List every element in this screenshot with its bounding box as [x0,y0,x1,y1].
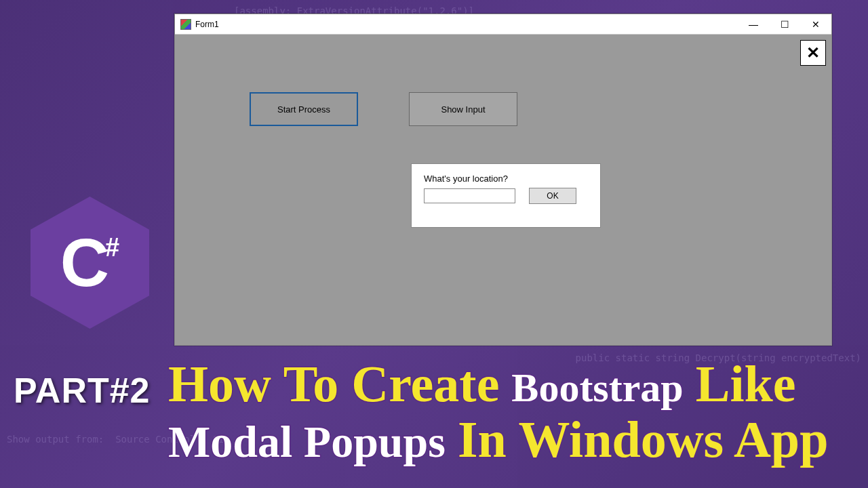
csharp-logo: C # [31,197,149,332]
logo-hash: # [105,233,119,262]
title-line-2: Modal Popups In Windows App [168,413,860,465]
maximize-button[interactable]: ☐ [769,14,800,34]
client-area: ✕ Start Process Show Input What's your l… [175,35,831,345]
hexagon-icon: C # [31,197,149,329]
form1-window: Form1 — ☐ ✕ ✕ Start Process Show Input W… [174,14,832,346]
title-text: Like [696,358,796,409]
part-label: PART#2 [14,370,151,411]
logo-letter: C # [60,224,119,302]
title-text: Modal Popups [168,420,446,464]
location-input[interactable] [424,188,515,203]
ok-button[interactable]: OK [529,188,576,204]
form-icon [180,19,191,30]
show-input-button[interactable]: Show Input [409,92,517,126]
window-controls: — ☐ ✕ [738,14,831,34]
title-text: Bootstrap [511,367,683,408]
titlebar[interactable]: Form1 — ☐ ✕ [175,14,831,35]
start-process-button[interactable]: Start Process [250,92,358,126]
title-text: In Windows App [458,413,828,465]
popup-prompt-label: What's your location? [424,174,588,184]
panel-close-button[interactable]: ✕ [800,40,826,66]
title-text: How To Create [168,358,499,409]
window-title: Form1 [195,20,738,29]
input-popup: What's your location? OK [411,163,601,228]
title-line-1: How To Create Bootstrap Like [168,358,860,409]
minimize-button[interactable]: — [738,14,769,34]
close-button[interactable]: ✕ [800,14,831,34]
popup-row: OK [424,188,588,204]
logo-c: C [60,224,109,302]
title-banner: How To Create Bootstrap Like Modal Popup… [168,358,860,465]
